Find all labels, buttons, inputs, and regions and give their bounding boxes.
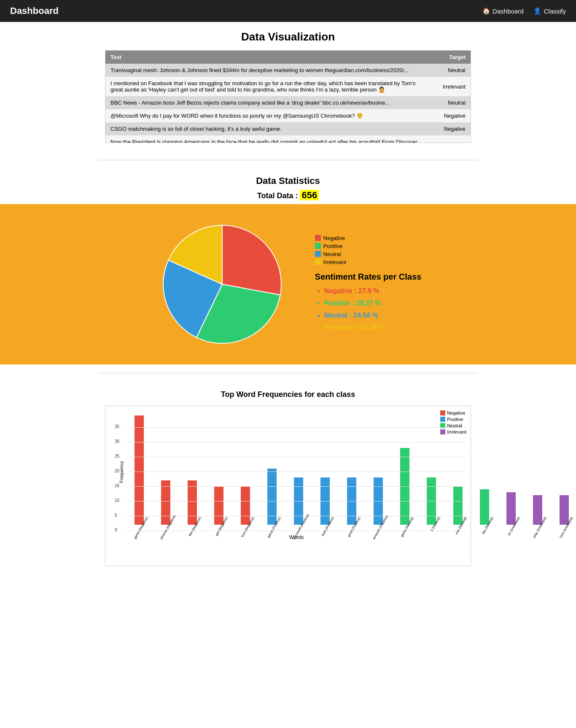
bar-title: Top Word Frequencies for each class [105,390,471,399]
table-cell-text: BBC News - Amazon boss Jeff Bezos reject… [105,96,428,109]
y-tick-label: 15 [115,483,119,488]
legend-color-swatch [315,259,321,265]
pie-slice [222,225,281,295]
total-value: 656 [300,190,319,200]
y-tick-label: 35 [115,424,119,429]
bar-col: best (Positive) [312,477,338,531]
bar-col: like (Negative) [180,480,205,531]
y-tick-label: 25 [115,454,119,458]
table-row: BBC News - Amazon boss Jeff Bezos reject… [105,96,471,109]
y-tick-label: 5 [115,513,117,518]
rates-list: Negative : 27.9 %Positive : 29.27 %Neutr… [315,285,421,334]
table-cell-target: Neutral [428,64,471,77]
col-target: Target [428,51,471,64]
table-cell-text: Now the President is slapping Americans … [105,135,428,143]
pie-chart-container [155,217,290,352]
stats-section: Data Statistics Total Data : 656 [0,169,576,204]
bar-col: im (Irrelevant) [498,492,524,531]
data-viz-title: Data Visualization [105,30,471,43]
legend-label: Neutral [323,251,341,257]
table-cell-text: Transvaginal mesh: Johnson & Johnson fin… [105,64,428,77]
legend-label: Negative [323,235,345,241]
bar-section: Top Word Frequencies for each class Nega… [98,382,478,583]
divider-1 [98,160,478,160]
bar [533,495,542,525]
y-axis-label: Frequency [119,461,124,483]
y-gridline [127,442,466,442]
nav-dashboard[interactable]: 🏠 Dashboard [482,7,523,15]
rate-item: Positive : 29.27 % [324,297,421,310]
nav-classify[interactable]: 👤 Classify [533,7,566,15]
bar [560,495,569,525]
y-tick-label: 30 [115,439,119,444]
bar [241,486,250,525]
table-row: I mentioned on Facebook that I was strug… [105,77,471,96]
nav-classify-label: Classify [544,8,566,15]
table-cell-target: Negative [428,109,471,122]
bar [347,477,356,525]
bar-col: game (Positive) [259,469,285,531]
pie-legend-item: Irrelevant [315,259,421,265]
table-row: CSGO matchmaking is so full of closet ha… [105,122,471,135]
legend-color-swatch [315,243,321,249]
y-tick-label: 0 [115,528,117,532]
bar-col: 2 (Neutral) [419,477,444,531]
bar-col: one (Neutral) [445,486,471,531]
pie-chart [155,217,290,352]
bar-col: get (Negative) [206,486,231,531]
bar [188,480,197,525]
col-text: Text [105,51,428,64]
legend-color-swatch [315,235,321,241]
bar [480,489,489,525]
legend-label: Positive [323,243,343,249]
table-row: @Microsoft Why do I pay for WORD when it… [105,109,471,122]
pie-legend-item: Neutral [315,251,421,257]
bar-col: phones (Negative) [153,480,178,531]
pie-legend-item: Positive [315,243,421,249]
bar [427,477,436,525]
bar-col: like (Neutral) [472,489,497,531]
bar-chart-area: Frequency 05101520253035 game (Negative)… [127,413,466,531]
bar [135,415,144,525]
bar-col: game (Negative) [127,415,152,531]
navbar: Dashboard 🏠 Dashboard 👤 Classify [0,0,576,22]
bar-col: amazon (Positive) [366,477,391,531]
bar [214,486,223,525]
bar-col: play (Irrelevant) [525,495,550,531]
rate-item: Negative : 27.9 % [324,285,421,297]
rate-item: Irrelevant : 18.29 % [324,321,421,334]
user-icon: 👤 [533,7,541,15]
rate-item: Neutral : 24.54 % [324,310,421,322]
table-cell-target: Negative [428,122,471,135]
bar-col: microsoft (Positive) [286,477,311,531]
bar [506,492,516,525]
pie-legend-item: Negative [315,235,421,241]
data-table: Text Target Transvaginal mesh: Johnson &… [105,51,471,143]
legend-label: Irrelevant [323,259,346,265]
orange-section: NegativePositiveNeutralIrrelevant Sentim… [0,204,576,364]
table-cell-target: Irrelevant [428,77,471,96]
bar [453,486,463,525]
bar-col: love (Irrelevant) [552,495,576,531]
bar-col: good (Positive) [339,477,364,531]
table-cell-target: Neutral [428,135,471,143]
divider-2 [98,373,478,373]
total-data: Total Data : 656 [0,190,576,201]
table-row: Transvaginal mesh: Johnson & Johnson fin… [105,64,471,77]
data-table-wrapper[interactable]: Text Target Transvaginal mesh: Johnson &… [105,50,471,143]
table-cell-text: CSGO matchmaking is so full of closet ha… [105,122,428,135]
bar [374,477,383,525]
legend-color-swatch [315,251,321,257]
y-tick-label: 10 [115,498,119,503]
pie-legend-rates: NegativePositiveNeutralIrrelevant Sentim… [315,235,421,334]
stats-title: Data Statistics [0,175,576,186]
y-gridline [127,427,466,428]
bar-col: game (Neutral) [392,448,417,531]
main-content: Data Visualization Text Target Transvagi… [98,22,478,151]
table-cell-text: @Microsoft Why do I pay for WORD when it… [105,109,428,122]
navbar-brand: Dashboard [10,5,59,16]
bar [400,448,409,525]
table-row: Now the President is slapping Americans … [105,135,471,143]
navbar-links: 🏠 Dashboard 👤 Classify [482,7,566,15]
table-cell-text: I mentioned on Facebook that I was strug… [105,77,428,96]
